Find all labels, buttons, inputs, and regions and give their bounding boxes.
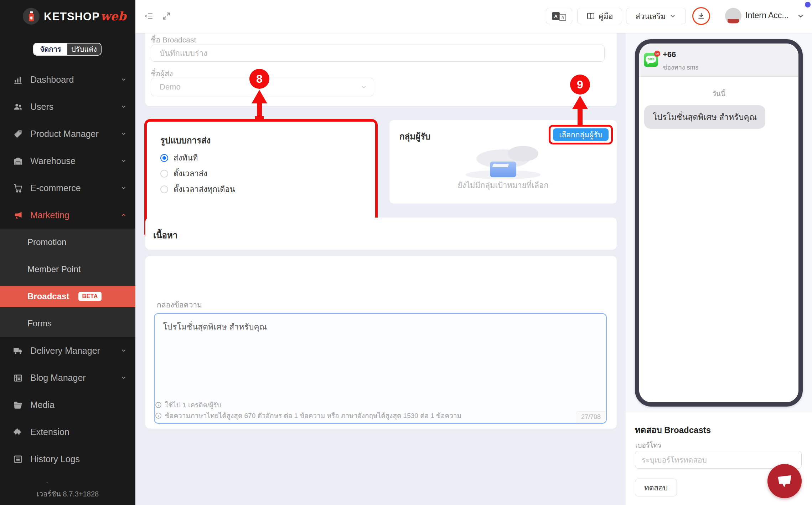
radio-selected-icon [160,154,168,162]
day-label: วันนี้ [639,88,798,99]
sender-value: Demo [160,82,181,92]
test-phone-placeholder: ระบุเบอร์โทรทดสอบ [642,454,707,466]
chevron-down-icon [120,185,127,191]
send-type-title: รูปแบบการส่ง [160,133,211,147]
choose-recipients-button[interactable]: เลือกกลุ่มผู้รับ [553,128,609,141]
sidebar-item-history-logs[interactable]: History Logs [0,445,135,473]
broadcast-name-input[interactable]: บันทึกแบบร่าง [151,45,605,62]
book-icon [586,12,595,20]
chat-fab-button[interactable] [767,464,802,498]
annotation-arrow-9-stem [578,107,583,126]
recipients-title: กลุ่มผู้รับ [399,129,430,143]
truck-icon [13,346,23,356]
broadcast-name-label: ชื่อ Broadcast [151,34,196,46]
mode-manage-button[interactable]: จัดการ [34,44,67,55]
message-text: โปรโมชั่นสุดพิเศษ สำหรับคุณ [163,320,267,333]
notification-dot [805,2,811,7]
sidebar-item-warehouse[interactable]: Warehouse [0,147,135,174]
account-chevron-down-icon[interactable] [797,12,805,20]
collapse-sidebar-icon[interactable] [144,11,154,21]
test-broadcast-title: ทดสอบ Broadcasts [635,423,711,437]
warehouse-icon [13,156,23,166]
phone-preview: SMS 99 +66 ช่องทาง sms วันนี้ โปรโมชั่นส… [635,39,803,407]
addons-label: ส่วนเสริม [636,10,666,22]
guide-button[interactable]: คู่มือ [577,8,622,24]
annotation-arrow-8-foot [255,116,264,119]
info-icon [155,402,162,408]
sidebar-item-label: Users [30,102,53,112]
phone-screen: SMS 99 +66 ช่องทาง sms วันนี้ โปรโมชั่นส… [639,44,798,402]
fullscreen-icon[interactable] [162,11,171,21]
beta-badge: BETA [78,292,101,301]
sidebar-item-label: Extension [30,427,69,437]
translate-button[interactable]: A ก [546,8,572,24]
char-counter: 27/708 [576,411,606,423]
radio-schedule-monthly[interactable]: ตั้งเวลาส่งทุกเดือน [160,183,235,195]
chevron-down-icon [120,158,127,164]
sidebar-item-label: History Logs [30,454,80,464]
sidebar-footer: เวอร์ชัน 8.7.3+1828 [0,483,135,505]
message-textarea[interactable]: โปรโมชั่นสุดพิเศษ สำหรับคุณ 27/708 [154,313,607,424]
main-content: ชื่อ Broadcast บันทึกแบบร่าง ชื่อผู้ส่ง … [135,33,626,505]
select-chevron-down-icon [360,83,367,91]
radio-send-now[interactable]: ส่งทันที [160,152,198,164]
sidebar: KETSHOPweb จัดการ ปรับแต่ง Dashboard Use… [0,0,135,505]
submenu-item-member-point[interactable]: Member Point [0,256,135,283]
submenu-item-forms[interactable]: Forms [0,310,135,337]
sidebar-item-ecommerce[interactable]: E-commerce [0,174,135,202]
sidebar-nav: Dashboard Users Product Manager Warehous… [0,66,135,500]
download-button[interactable] [692,7,710,25]
translate-letter-a: A [552,12,560,20]
folder-icon [13,400,23,410]
account-name[interactable]: Intern Acc... [745,11,788,20]
cart-icon [13,183,23,193]
credit-hint-text: ใช้ไป 1 เครดิต/ผู้รับ [165,399,221,410]
avatar[interactable] [725,8,741,24]
submenu-item-broadcast[interactable]: Broadcast BETA [0,286,135,307]
cloud-icon [508,146,538,162]
info-icon [155,412,162,419]
translate-icon: A ก [552,11,566,21]
preview-panel: SMS 99 +66 ช่องทาง sms วันนี้ โปรโมชั่นส… [626,33,812,505]
sidebar-item-product-manager[interactable]: Product Manager [0,120,135,147]
preview-message-bubble: โปรโมชั่นสุดพิเศษ สำหรับคุณ [644,105,765,129]
brand-logo[interactable]: KETSHOPweb [23,8,126,25]
addons-dropdown[interactable]: ส่วนเสริม [626,8,686,24]
sidebar-item-users[interactable]: Users [0,93,135,120]
mode-toggle: จัดการ ปรับแต่ง [33,43,102,56]
chevron-down-icon [120,347,127,354]
radio-unselected-icon [160,170,168,178]
content-title: เนื้อหา [153,228,177,242]
sidebar-item-dashboard[interactable]: Dashboard [0,66,135,93]
broadcast-info-card: ชื่อ Broadcast บันทึกแบบร่าง ชื่อผู้ส่ง … [145,33,617,106]
submenu-item-label: Broadcast [27,291,69,301]
mode-customize-button[interactable]: ปรับแต่ง [67,44,101,55]
users-icon [13,102,23,112]
ketchup-bottle-icon [23,8,40,25]
sidebar-item-label: Blog Manager [30,373,86,383]
newspaper-icon [13,373,23,383]
sidebar-item-delivery-manager[interactable]: Delivery Manager [0,337,135,364]
length-hint-text: ข้อความภาษาไทยได้สูงสุด 670 ตัวอักษร ต่อ… [165,410,461,421]
submenu-item-promotion[interactable]: Promotion [0,229,135,256]
broadcast-name-placeholder: บันทึกแบบร่าง [160,47,207,60]
radio-unselected-icon [160,185,168,193]
sidebar-item-blog-manager[interactable]: Blog Manager [0,364,135,391]
sidebar-item-label: E-commerce [30,183,81,193]
ketshop-admin-app: KETSHOPweb จัดการ ปรับแต่ง Dashboard Use… [0,0,812,505]
brand-name: KETSHOP [44,10,100,23]
sidebar-item-label: Product Manager [30,129,99,139]
sidebar-item-marketing[interactable]: Marketing [0,202,135,229]
version-label: เวอร์ชัน 8.7.3+1828 [37,488,99,500]
sms-badge: 99 [654,51,660,57]
message-box-label: กล่องข้อความ [157,299,202,311]
sidebar-item-media[interactable]: Media [0,391,135,418]
translate-letter-b: ก [559,14,566,21]
radio-label: ตั้งเวลาส่งทุกเดือน [174,183,235,195]
sidebar-item-extension[interactable]: Extension [0,418,135,445]
test-submit-button[interactable]: ทดสอบ [635,479,677,496]
chevron-down-icon [120,103,127,110]
chevron-down-icon [669,12,676,20]
tag-icon [13,129,23,139]
radio-schedule[interactable]: ตั้งเวลาส่ง [160,167,207,180]
